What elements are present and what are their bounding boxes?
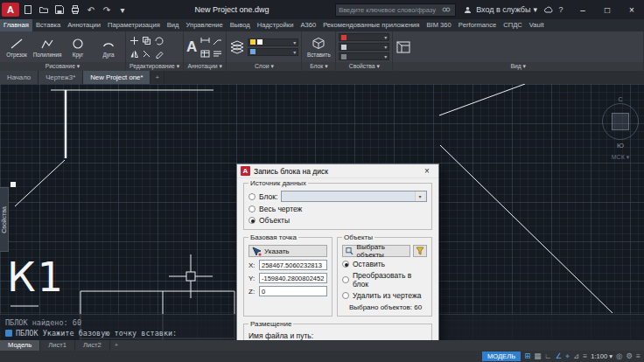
ribbon-tab-home[interactable]: Главная [0,19,32,31]
qat-dropdown-icon[interactable]: ▾ [116,3,129,16]
ribbon-tab-manage[interactable]: Управление [183,19,227,31]
panel-label-draw[interactable]: Рисование ▾ [0,62,125,71]
help-search-input[interactable]: Введите ключевое слово/фразу [335,3,456,17]
quick-select-button[interactable] [413,245,427,257]
viewcube[interactable]: С Ю МСК ▾ [598,96,642,171]
help-icon[interactable]: ? [555,3,567,16]
maximize-button[interactable]: □ [595,0,620,19]
object-snap-tracking-icon[interactable]: ⊿ [573,351,579,362]
minimize-button[interactable]: – [570,0,595,19]
new-drawing-tab-button[interactable]: + [150,71,164,84]
rotate-tool-icon[interactable] [153,34,164,46]
x-coordinate-field[interactable]: 258467.5060232813 [259,260,327,270]
new-layout-button[interactable]: + [110,340,122,351]
radio-retain[interactable] [342,261,349,268]
z-coordinate-field[interactable]: 0 [259,286,327,296]
erase-tool-icon[interactable] [153,47,164,59]
customization-menu-icon[interactable]: ≡ [636,351,640,362]
linetype-combo[interactable]: ▾ [339,43,389,51]
file-tab-start[interactable]: Начало [0,71,38,84]
ribbon-tab-annotate[interactable]: Аннотации [64,19,104,31]
drawing-canvas[interactable]: К1 Свойства С Ю МСК ▾ ПБЛОК найдено: 60 … [0,84,644,340]
dialog-title-bar[interactable]: A Запись блока на диск × [237,164,438,178]
viewcube-wcs-menu[interactable]: МСК ▾ [598,154,642,161]
ribbon-tab-vault[interactable]: Vault [526,19,548,31]
model-space-button[interactable]: МОДЕЛЬ [482,352,521,361]
ribbon-tab-view[interactable]: Вид [164,19,183,31]
radio-delete-from-drawing[interactable] [342,292,349,299]
y-coordinate-field[interactable]: -159840.2800802452 [259,273,327,283]
object-snap-icon[interactable]: ⌖ [565,351,570,362]
mtext-tool-icon[interactable] [212,47,223,59]
ribbon-tab-addins[interactable]: Надстройки [254,19,298,31]
ribbon-tab-parametric[interactable]: Параметризация [104,19,164,31]
search-binoculars-icon[interactable] [440,3,452,16]
ribbon-tab-a360[interactable]: A360 [297,19,319,31]
layer-select-combo[interactable]: ▾ [248,38,298,46]
lineweight-combo[interactable]: ▾ [339,52,389,60]
leader-tool-icon[interactable] [212,34,223,46]
radio-whole-drawing[interactable] [248,205,256,212]
arc-icon [102,37,116,51]
layers-icon[interactable] [229,40,245,54]
circle-tool-button[interactable]: Круг [64,37,92,58]
ribbon-tab-output[interactable]: Вывод [227,19,254,31]
lineweight-display-icon[interactable]: ≡ [583,351,587,362]
layout-tab-model[interactable]: Модель [0,340,40,351]
panel-label-modify[interactable]: Редактирование ▾ [126,62,183,71]
a360-cloud-icon[interactable] [542,3,555,16]
line-tool-button[interactable]: Отрезок [3,37,31,58]
view-icon[interactable] [396,40,411,54]
file-tab-new-project-one[interactable]: New Project one* [83,71,150,84]
layer-filter-combo[interactable]: ▾ [248,48,298,56]
ribbon-tab-spds[interactable]: СПДС [500,19,526,31]
workspace-gear-icon[interactable]: ⚙ [626,351,633,362]
grid-display-icon[interactable]: ⊞ [524,351,530,362]
layout-tab-list2[interactable]: Лист2 [75,340,110,351]
ribbon-tab-performance[interactable]: Performance [455,19,500,31]
new-file-icon[interactable] [22,3,34,16]
panel-label-annotation[interactable]: Аннотации ▾ [184,62,226,71]
ribbon-tab-bim360[interactable]: BIM 360 [423,19,454,31]
autocad-logo-icon[interactable]: A [2,3,19,17]
sign-in-control[interactable]: Вход в службы ▾ [461,3,537,16]
panel-label-block[interactable]: Блок ▾ [302,62,335,71]
annotation-scale-control[interactable]: 1:100▾ [591,352,612,360]
panel-label-properties[interactable]: Свойства ▾ [336,62,392,71]
save-icon[interactable] [53,3,66,16]
panel-label-view[interactable]: Вид ▾ [393,62,643,71]
polar-tracking-icon[interactable]: ∠ [556,351,563,362]
copy-tool-icon[interactable] [141,34,152,46]
radio-objects[interactable] [248,217,256,224]
close-button[interactable]: × [620,0,644,19]
snap-mode-icon[interactable]: ▦ [534,351,541,362]
object-color-combo[interactable]: ▾ [339,33,389,41]
move-tool-icon[interactable] [129,34,140,46]
dialog-close-button[interactable]: × [419,165,435,178]
arc-tool-button[interactable]: Дуга [94,37,122,58]
radio-convert-to-block[interactable] [342,276,349,283]
trim-tool-icon[interactable] [141,47,152,59]
layout-tab-list1[interactable]: Лист1 [40,340,75,351]
insert-block-button[interactable]: Вставить [304,37,332,58]
mirror-tool-icon[interactable] [129,47,140,59]
polyline-tool-button[interactable]: Полилиния [33,37,61,58]
isolate-objects-icon[interactable]: ◎ [616,351,622,362]
panel-label-layers[interactable]: Слои ▾ [227,62,301,71]
text-tool-icon[interactable]: A [186,39,197,54]
radio-block[interactable] [248,193,256,200]
ribbon-tab-insert[interactable]: Вставка [32,19,64,31]
dimension-tool-icon[interactable] [200,34,211,46]
file-tab-drawing3[interactable]: Чертеж3* [38,71,83,84]
table-tool-icon[interactable] [200,47,211,59]
ortho-mode-icon[interactable]: ∟ [544,351,551,362]
ribbon-tab-featured-apps[interactable]: Рекомендованные приложения [319,19,423,31]
print-icon[interactable] [69,3,81,16]
pick-point-button[interactable]: Указать [248,245,327,257]
select-objects-button[interactable]: Выбрать объекты [342,245,410,257]
properties-palette-tab[interactable]: Свойства [0,187,9,252]
viewcube-cube[interactable] [612,113,629,130]
undo-icon[interactable]: ↶ [85,3,97,16]
redo-icon[interactable]: ↷ [101,3,113,16]
open-file-icon[interactable] [38,3,50,16]
